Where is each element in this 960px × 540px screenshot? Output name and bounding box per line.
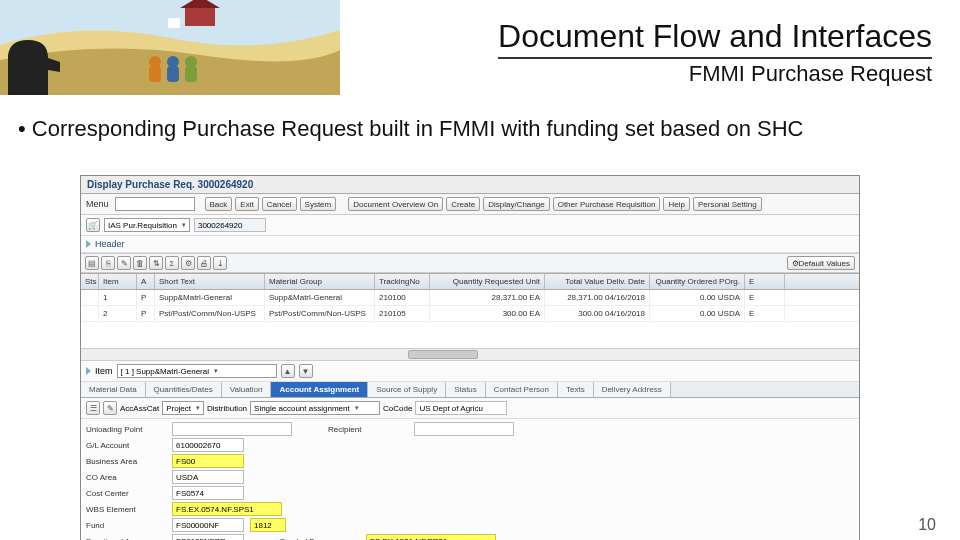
detail-tabs: Material Data Quantities/Dates Valuation… <box>81 382 859 398</box>
pr-type-dropdown[interactable]: IAS Pur.Requisition <box>104 218 190 232</box>
horizontal-scrollbar[interactable] <box>81 348 859 360</box>
cell-qo: 0.00 USDA <box>650 290 745 305</box>
cell-mg: Pst/Post/Comm/Non-USPS <box>265 306 375 321</box>
unloading-point-label: Unloading Point <box>86 425 166 434</box>
tab-status[interactable]: Status <box>446 382 486 397</box>
business-area-field[interactable]: FS00 <box>172 454 244 468</box>
tab-source[interactable]: Source of Supply <box>368 382 446 397</box>
grid-tool-icon[interactable]: ⎘ <box>101 256 115 270</box>
tab-valuation[interactable]: Valuation <box>222 382 272 397</box>
table-row[interactable]: 1 P Supp&Matrl-General Supp&Matrl-Genera… <box>81 290 859 306</box>
cell-item: 2 <box>99 306 137 321</box>
command-input[interactable] <box>115 197 195 211</box>
cell-porg: E <box>745 290 785 305</box>
acc-cat-value: Project <box>166 404 191 413</box>
expand-icon[interactable] <box>86 367 91 375</box>
back-button[interactable]: Back <box>205 197 233 211</box>
col-status[interactable]: Sts <box>81 274 99 289</box>
cancel-button[interactable]: Cancel <box>262 197 297 211</box>
grid-tool-icon[interactable]: ⚙ <box>181 256 195 270</box>
prev-item-icon[interactable]: ▲ <box>281 364 295 378</box>
display-change-button[interactable]: Display/Change <box>483 197 549 211</box>
help-button[interactable]: Help <box>663 197 689 211</box>
fund-label: Fund <box>86 521 166 530</box>
tab-texts[interactable]: Texts <box>558 382 594 397</box>
fund-year-field[interactable]: 1812 <box>250 518 286 532</box>
unloading-point-field[interactable] <box>172 422 292 436</box>
tab-account-assignment[interactable]: Account Assignment <box>271 382 368 397</box>
grid-tool-icon[interactable]: ⤓ <box>213 256 227 270</box>
header-row: Header <box>81 236 859 253</box>
acc-cat-label: AccAssCat <box>120 404 159 413</box>
exit-button[interactable]: Exit <box>235 197 258 211</box>
tab-delivery[interactable]: Delivery Address <box>594 382 671 397</box>
distribution-dropdown[interactable]: Single account assignment <box>250 401 380 415</box>
col-total-value[interactable]: Total Value Deliv. Date <box>545 274 650 289</box>
cell-a: P <box>137 306 155 321</box>
header-link[interactable]: Header <box>95 239 125 249</box>
tab-contact[interactable]: Contact Person <box>486 382 558 397</box>
grid-tool-icon[interactable]: 🗑 <box>133 256 147 270</box>
wbs-element-label: WBS Element <box>86 505 166 514</box>
item-dropdown[interactable]: [ 1 ] Supp&Matrl-General <box>117 364 277 378</box>
svg-rect-7 <box>167 66 179 82</box>
col-porg[interactable]: E <box>745 274 785 289</box>
cocode-label: CoCode <box>383 404 412 413</box>
svg-rect-9 <box>185 66 197 82</box>
co-area-field[interactable]: USDA <box>172 470 244 484</box>
gl-account-field[interactable]: 6100002670 <box>172 438 244 452</box>
cell-item: 1 <box>99 290 137 305</box>
create-button[interactable]: Create <box>446 197 480 211</box>
other-pr-button[interactable]: Other Purchase Requisition <box>553 197 661 211</box>
grid-tool-icon[interactable]: ▤ <box>85 256 99 270</box>
acc-cat-dropdown[interactable]: Project <box>162 401 204 415</box>
cell-porg: E <box>745 306 785 321</box>
pr-type-row: 🛒 IAS Pur.Requisition 3000264920 <box>81 215 859 236</box>
next-item-icon[interactable]: ▼ <box>299 364 313 378</box>
cell-a: P <box>137 290 155 305</box>
recipient-field[interactable] <box>414 422 514 436</box>
col-item[interactable]: Item <box>99 274 137 289</box>
menu-bar: Menu Back Exit Cancel System Document Ov… <box>81 194 859 215</box>
grid-tool-icon[interactable]: 🖨 <box>197 256 211 270</box>
funded-program-field[interactable]: FS.EX.1531.NF.PR31 <box>366 534 496 540</box>
col-material-group[interactable]: Material Group <box>265 274 375 289</box>
menu-label: Menu <box>86 199 109 209</box>
edit-icon[interactable]: ✎ <box>103 401 117 415</box>
col-qty[interactable]: Quantity Requested Unit <box>430 274 545 289</box>
cell-short-text: Pst/Post/Comm/Non-USPS <box>155 306 265 321</box>
wbs-element-field[interactable]: FS.EX.0574.NF.SPS1 <box>172 502 282 516</box>
funded-program-label: Funded Program <box>280 537 360 541</box>
grid-tool-icon[interactable]: ⇅ <box>149 256 163 270</box>
system-button[interactable]: System <box>300 197 337 211</box>
cocode-field[interactable]: US Dept of Agricu <box>415 401 507 415</box>
cost-center-field[interactable]: FS0574 <box>172 486 244 500</box>
grid-tool-icon[interactable]: Σ <box>165 256 179 270</box>
cell-qo: 0.00 USDA <box>650 306 745 321</box>
cell-qty: 28,371.00 EA <box>430 290 545 305</box>
tab-quantities[interactable]: Quantities/Dates <box>146 382 222 397</box>
personal-setting-button[interactable]: Personal Setting <box>693 197 762 211</box>
pr-number-field[interactable]: 3000264920 <box>194 218 266 232</box>
grid-tool-icon[interactable]: ✎ <box>117 256 131 270</box>
cart-icon: 🛒 <box>86 218 100 232</box>
col-qty-ordered[interactable]: Quantity Ordered POrg. <box>650 274 745 289</box>
doc-overview-button[interactable]: Document Overview On <box>348 197 443 211</box>
col-a[interactable]: A <box>137 274 155 289</box>
distribution-value: Single account assignment <box>254 404 350 413</box>
list-view-icon[interactable]: ☰ <box>86 401 100 415</box>
slide-title: Document Flow and Interfaces <box>498 18 932 59</box>
functional-area-label: Functional Area <box>86 537 166 541</box>
tab-material[interactable]: Material Data <box>81 382 146 397</box>
table-row[interactable]: 2 P Pst/Post/Comm/Non-USPS Pst/Post/Comm… <box>81 306 859 322</box>
default-values-button[interactable]: ⚙ Default Values <box>787 256 855 270</box>
svg-rect-5 <box>149 66 161 82</box>
item-label: Item <box>95 366 113 376</box>
functional-area-field[interactable]: FS0125NFPR <box>172 534 244 540</box>
items-grid: ▤ ⎘ ✎ 🗑 ⇅ Σ ⚙ 🖨 ⤓ ⚙ Default Values Sts I… <box>81 253 859 360</box>
expand-icon[interactable] <box>86 240 91 248</box>
col-short-text[interactable]: Short Text <box>155 274 265 289</box>
col-tracking[interactable]: TrackingNo <box>375 274 430 289</box>
fund-field[interactable]: FS00000NF <box>172 518 244 532</box>
co-area-label: CO Area <box>86 473 166 482</box>
